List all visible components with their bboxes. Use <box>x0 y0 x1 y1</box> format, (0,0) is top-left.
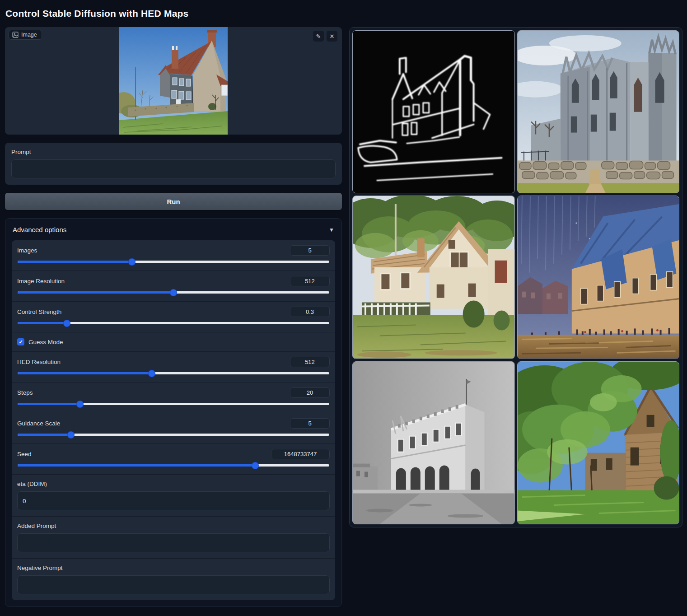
prompt-label: Prompt <box>11 149 336 155</box>
image-component-label: Image <box>9 30 42 40</box>
control-strength-slider[interactable] <box>18 322 329 324</box>
seed-value-input[interactable]: 1648733747 <box>271 449 330 459</box>
page-title: Control Stable Diffusion with HED Maps <box>5 8 682 19</box>
advanced-options-accordion[interactable]: Advanced options ▼ <box>5 219 341 240</box>
control-strength-slider-row: Control Strength 0.3 <box>12 301 335 332</box>
slider-thumb[interactable] <box>170 289 177 296</box>
chevron-down-icon: ▼ <box>329 227 334 233</box>
guidance-scale-slider-row: Guidance Scale 5 <box>12 413 335 443</box>
added-prompt-row: Added Prompt <box>12 516 335 558</box>
clear-image-button[interactable]: ✕ <box>327 31 337 42</box>
eta-input[interactable]: 0 <box>17 491 330 510</box>
slider-thumb[interactable] <box>68 432 74 438</box>
guidance-scale-value-input[interactable]: 5 <box>290 418 330 429</box>
guess-mode-row: ✓ Guess Mode <box>12 332 335 351</box>
input-image-component: Image ✎ ✕ <box>5 27 342 135</box>
guidance-scale-slider[interactable] <box>18 434 329 436</box>
hed-resolution-slider-row: HED Resolution 512 <box>12 351 335 382</box>
slider-thumb[interactable] <box>77 401 83 407</box>
prompt-component: Prompt <box>5 143 342 185</box>
image-resolution-slider[interactable] <box>18 291 329 294</box>
controls-column: Image ✎ ✕ <box>5 27 342 607</box>
prompt-input[interactable] <box>11 159 336 178</box>
eta-label: eta (DDIM) <box>17 481 330 487</box>
steps-slider[interactable] <box>18 403 329 405</box>
advanced-options-form: Images 5 Image Resolution 512 <box>12 240 335 600</box>
added-prompt-input[interactable] <box>17 533 330 552</box>
steps-slider-row: Steps 20 <box>12 382 335 413</box>
seed-slider-row: Seed 1648733747 <box>12 443 335 474</box>
gallery-item-bw-stone-building[interactable] <box>352 361 515 524</box>
guess-mode-checkbox[interactable]: ✓ <box>17 338 24 345</box>
gallery-item-hed-edge-map[interactable] <box>352 30 515 193</box>
advanced-options-panel: Advanced options ▼ Images 5 <box>5 218 342 607</box>
negative-prompt-label: Negative Prompt <box>17 565 330 571</box>
slider-thumb[interactable] <box>64 320 70 327</box>
edit-image-button[interactable]: ✎ <box>313 31 324 42</box>
negative-prompt-row: Negative Prompt <box>12 558 335 600</box>
slider-thumb[interactable] <box>149 370 155 377</box>
hed-resolution-slider[interactable] <box>18 372 329 374</box>
app-root: Control Stable Diffusion with HED Maps I… <box>0 0 687 607</box>
added-prompt-label: Added Prompt <box>17 523 330 529</box>
eta-row: eta (DDIM) 0 <box>12 474 335 516</box>
control-strength-value-input[interactable]: 0.3 <box>290 307 330 317</box>
gallery-item-gothic-cathedral[interactable] <box>517 30 680 193</box>
images-slider-row: Images 5 <box>12 240 335 271</box>
result-gallery <box>349 27 682 527</box>
image-icon <box>12 32 19 38</box>
image-resolution-slider-row: Image Resolution 512 <box>12 271 335 301</box>
house-photo <box>119 27 228 135</box>
steps-value-input[interactable]: 20 <box>290 387 330 398</box>
image-actions: ✎ ✕ <box>313 31 337 42</box>
negative-prompt-input[interactable] <box>17 575 330 594</box>
images-value-input[interactable]: 5 <box>290 245 330 256</box>
gallery-item-impressionist-house[interactable] <box>517 196 680 359</box>
slider-thumb[interactable] <box>252 462 258 469</box>
gallery-item-brick-house-with-trees[interactable] <box>517 361 680 524</box>
run-button[interactable]: Run <box>5 193 342 210</box>
uploaded-image[interactable] <box>5 27 342 135</box>
hed-resolution-value-input[interactable]: 512 <box>290 357 330 367</box>
seed-slider[interactable] <box>18 464 329 467</box>
results-column <box>349 27 682 527</box>
images-slider[interactable] <box>18 261 329 263</box>
guess-mode-label: Guess Mode <box>28 339 63 345</box>
slider-thumb[interactable] <box>129 259 135 265</box>
gallery-item-painterly-cream-house[interactable] <box>352 196 515 359</box>
image-resolution-value-input[interactable]: 512 <box>290 276 330 286</box>
main-layout: Image ✎ ✕ <box>5 27 682 607</box>
